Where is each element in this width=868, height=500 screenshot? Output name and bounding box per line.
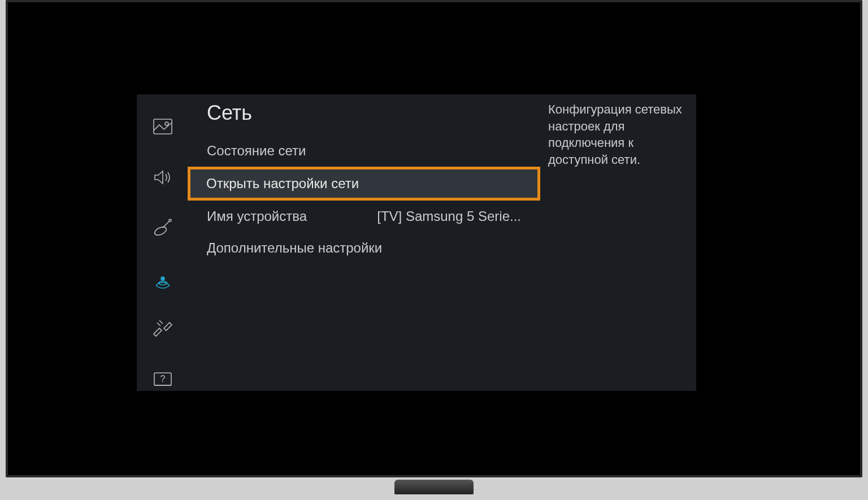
support-icon[interactable]: ? [151,369,174,391]
network-icon[interactable] [151,268,174,289]
menu-item-label: Состояние сети [207,143,306,159]
tv-frame: ? Сеть Состояние сети Открыть настройки … [6,0,862,477]
settings-content: Сеть Состояние сети Открыть настройки се… [189,94,539,391]
section-title: Сеть [189,98,539,132]
svg-text:?: ? [160,374,166,384]
svg-point-1 [165,122,168,125]
settings-icon-sidebar: ? [137,94,189,391]
tv-stand [394,480,474,494]
svg-point-4 [161,277,164,280]
sound-icon[interactable] [151,167,174,188]
broadcast-icon[interactable] [151,218,174,239]
menu-item-expert-settings[interactable]: Дополнительные настройки [189,232,539,264]
menu-item-label: Дополнительные настройки [207,240,382,256]
svg-point-3 [169,219,171,221]
description-panel: Конфигурация сетевых настроек для подклю… [539,94,696,391]
menu-item-value: [TV] Samsung 5 Serie... [377,208,521,224]
menu-list: Состояние сети Открыть настройки сети Им… [189,132,539,264]
menu-item-device-name[interactable]: Имя устройства [TV] Samsung 5 Serie... [189,201,539,232]
menu-item-label: Имя устройства [207,208,307,224]
system-icon[interactable] [151,319,174,340]
menu-item-open-network-settings[interactable]: Открыть настройки сети [188,167,540,201]
settings-menu-panel: ? Сеть Состояние сети Открыть настройки … [137,94,696,391]
menu-item-label: Открыть настройки сети [206,176,359,192]
description-text: Конфигурация сетевых настроек для подклю… [548,102,682,167]
picture-icon[interactable] [151,116,174,137]
tv-screen: ? Сеть Состояние сети Открыть настройки … [24,18,844,459]
menu-item-network-status[interactable]: Состояние сети [189,135,539,167]
svg-rect-0 [154,119,172,134]
svg-point-2 [153,225,167,236]
